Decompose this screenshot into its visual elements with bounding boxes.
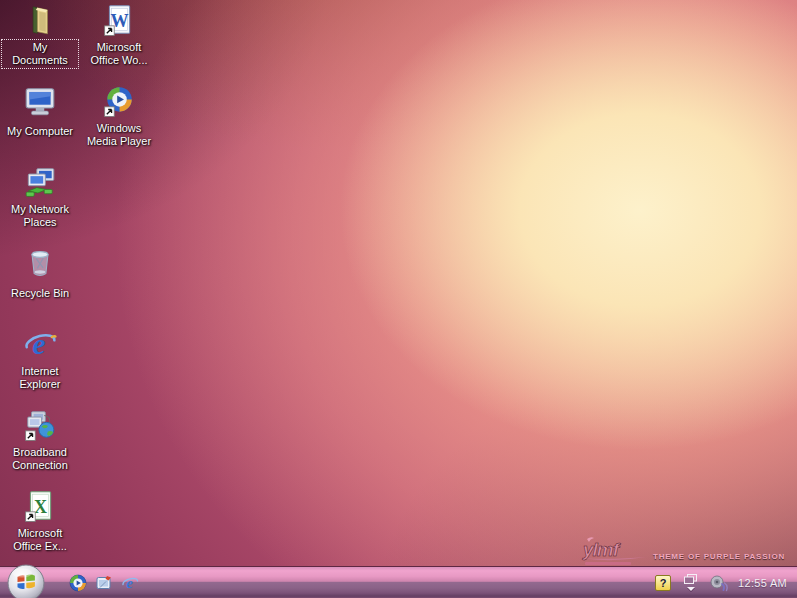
- desktop-icon-microsoft-word[interactable]: W Microsoft Office Wo...: [80, 3, 158, 68]
- desktop-icon-windows-media-player[interactable]: Windows Media Player: [80, 84, 158, 149]
- desktop-icon-broadband-connection[interactable]: Broadband Connection: [1, 408, 79, 473]
- my-network-places-icon: [23, 165, 57, 199]
- start-button[interactable]: [7, 564, 45, 598]
- hide-inactive-icons-chevron: [687, 587, 695, 591]
- watermark-caption: THEME OF PURPLE PASSION: [653, 552, 785, 561]
- icon-label: My Documents: [2, 40, 78, 68]
- icon-label: Microsoft Office Wo...: [81, 40, 157, 68]
- screen: My Documents W Microsoft Office Wo...: [0, 0, 797, 598]
- my-computer-icon: [23, 84, 57, 118]
- microsoft-word-icon: W: [102, 3, 136, 37]
- desktop-icon-my-computer[interactable]: My Computer: [1, 84, 79, 139]
- tray-clock[interactable]: 12:55 AM: [734, 577, 791, 589]
- recycle-bin-icon: [23, 246, 57, 280]
- watermark-subtext: [585, 562, 631, 565]
- desktop-wallpaper: My Documents W Microsoft Office Wo...: [0, 0, 797, 598]
- icon-label: Broadband Connection: [2, 445, 78, 473]
- volume-icon[interactable]: [709, 573, 729, 593]
- svg-text:e: e: [32, 327, 45, 360]
- desktop-icon-microsoft-excel[interactable]: X Microsoft Office Ex...: [1, 489, 79, 554]
- ylmf-logo: ylmf: [579, 536, 651, 562]
- quick-launch-media-player-icon[interactable]: [68, 573, 88, 593]
- desktop-icon-internet-explorer[interactable]: e Internet Explorer: [1, 327, 79, 392]
- tray-expander[interactable]: [684, 574, 697, 591]
- quick-launch-bar: e: [68, 567, 140, 598]
- windows-media-player-icon: [102, 84, 136, 118]
- taskbar: e ?: [0, 566, 797, 598]
- microsoft-excel-icon: X: [23, 489, 57, 523]
- icon-label: Windows Media Player: [81, 121, 157, 149]
- quick-launch-internet-explorer-icon[interactable]: e: [120, 573, 140, 593]
- internet-explorer-icon: e: [23, 327, 57, 361]
- icon-label: My Network Places: [2, 202, 78, 230]
- desktop-icon-my-network-places[interactable]: My Network Places: [1, 165, 79, 230]
- my-documents-icon: [23, 3, 57, 37]
- theme-watermark: ylmf THEME OF PURPLE PASSION: [579, 536, 785, 562]
- desktop-icon-my-documents[interactable]: My Documents: [1, 3, 79, 68]
- help-tray-icon[interactable]: ?: [655, 575, 671, 591]
- desktop-icon-recycle-bin[interactable]: Recycle Bin: [1, 246, 79, 301]
- svg-text:ylmf: ylmf: [582, 539, 621, 560]
- icon-label: Microsoft Office Ex...: [2, 526, 78, 554]
- icon-label: My Computer: [5, 124, 75, 139]
- quick-launch-show-desktop-icon[interactable]: [94, 573, 114, 593]
- windows-logo-icon: [7, 564, 45, 598]
- svg-text:e: e: [126, 575, 133, 591]
- windows-stack-icon: [684, 574, 697, 584]
- icon-label: Recycle Bin: [9, 286, 71, 301]
- icon-label: Internet Explorer: [2, 364, 78, 392]
- broadband-connection-icon: [23, 408, 57, 442]
- system-tray: ? 12:55 AM: [655, 567, 791, 598]
- svg-text:X: X: [34, 497, 47, 517]
